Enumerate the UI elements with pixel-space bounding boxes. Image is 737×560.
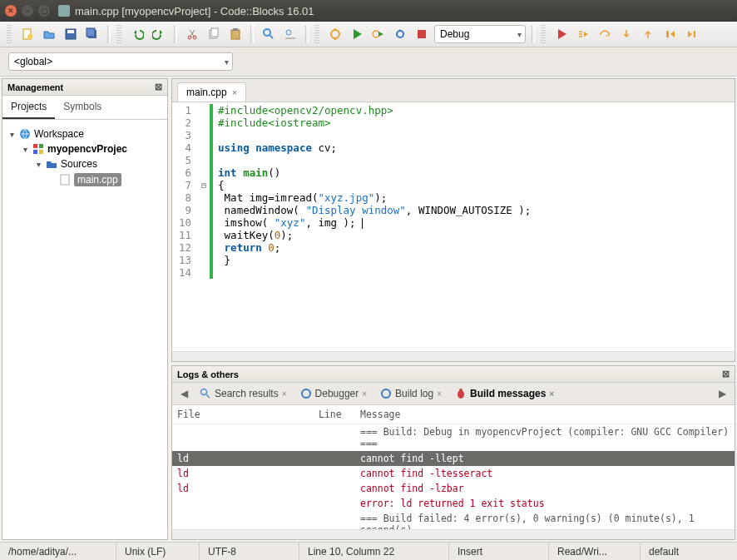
project-tree: ▾ Workspace ▾ myopencvProjec ▾ Sources m… <box>2 120 167 539</box>
maximize-icon[interactable]: ▢ <box>38 5 50 17</box>
toolbar-grip[interactable] <box>541 25 546 43</box>
main-area: Management ⊠ Projects Symbols ▾ Workspac… <box>0 77 737 542</box>
tabs-next-button[interactable]: ▶ <box>715 384 730 403</box>
close-icon[interactable]: ✕ <box>5 5 17 17</box>
status-bar: /home/aditya/... Unix (LF) UTF-8 Line 10… <box>0 542 737 560</box>
svg-rect-23 <box>33 144 37 148</box>
next-instr-button[interactable] <box>660 25 679 43</box>
table-row[interactable]: === Build: Debug in myopencvProject (com… <box>172 424 735 451</box>
tab-label: Search results <box>215 388 279 399</box>
table-row[interactable]: error: ld returned 1 exit status <box>172 496 735 511</box>
svg-rect-11 <box>231 30 240 39</box>
tab-build-log[interactable]: Build log× <box>375 383 447 404</box>
tree-project[interactable]: ▾ myopencvProjec <box>7 141 162 156</box>
editor-tab-main[interactable]: main.cpp × <box>177 82 246 102</box>
build-button[interactable] <box>326 25 344 43</box>
editor-hscroll[interactable] <box>172 351 735 361</box>
tree-label: myopencvProjec <box>47 143 127 155</box>
svg-rect-12 <box>233 28 238 31</box>
tree-sources[interactable]: ▾ Sources <box>7 156 162 171</box>
tab-build-messages[interactable]: Build messages× <box>450 383 559 404</box>
svg-rect-17 <box>334 37 336 40</box>
svg-point-19 <box>397 31 403 37</box>
step-into-button[interactable] <box>617 25 636 43</box>
replace-button[interactable] <box>281 25 299 43</box>
logs-tabs: ◀ Search results× Debugger× Build log× B… <box>172 383 735 405</box>
cut-button[interactable] <box>183 25 201 43</box>
logs-hscroll[interactable] <box>172 529 735 539</box>
tabs-prev-button[interactable]: ◀ <box>177 384 191 403</box>
rebuild-button[interactable] <box>391 25 409 43</box>
code-editor[interactable]: 1234567891011121314 ⊟ #include<opencv2/o… <box>172 102 735 351</box>
tab-symbols[interactable]: Symbols <box>55 96 110 119</box>
main-toolbar: Debug <box>0 22 737 47</box>
svg-point-14 <box>286 30 291 35</box>
status-profile: default <box>641 543 737 560</box>
tab-debugger[interactable]: Debugger× <box>295 383 373 404</box>
fold-column[interactable]: ⊟ <box>198 104 210 351</box>
toolbar-grip[interactable] <box>116 25 121 43</box>
table-row[interactable]: ldcannot find -llept <box>172 451 735 466</box>
col-file[interactable]: File <box>177 409 319 420</box>
redo-button[interactable] <box>150 25 168 43</box>
abort-button[interactable] <box>413 25 431 43</box>
svg-rect-25 <box>33 150 37 154</box>
debug-run-button[interactable] <box>552 25 571 43</box>
new-file-button[interactable] <box>18 25 37 43</box>
close-icon[interactable]: ⊠ <box>155 82 162 92</box>
open-button[interactable] <box>40 25 58 43</box>
build-run-button[interactable] <box>369 25 388 43</box>
tab-search-results[interactable]: Search results× <box>195 383 292 404</box>
table-row[interactable]: ldcannot find -ltesseract <box>172 466 735 481</box>
management-header: Management ⊠ <box>2 79 167 96</box>
svg-rect-27 <box>61 175 69 185</box>
svg-point-13 <box>264 29 270 36</box>
scope-combo[interactable]: <global> <box>8 52 233 71</box>
step-instr-button[interactable] <box>682 25 700 43</box>
find-button[interactable] <box>260 25 278 43</box>
svg-rect-4 <box>67 30 74 33</box>
status-eol: Unix (LF) <box>116 543 200 560</box>
table-row[interactable]: === Build failed: 4 error(s), 0 warning(… <box>172 511 735 529</box>
tree-label: main.cpp <box>74 173 121 186</box>
toolbar-grip[interactable] <box>7 25 12 43</box>
tab-label: Debugger <box>315 388 359 399</box>
save-button[interactable] <box>62 25 80 43</box>
scope-label: <global> <box>14 56 52 67</box>
svg-point-15 <box>331 30 339 38</box>
search-icon <box>200 388 211 399</box>
logs-panel: Logs & others ⊠ ◀ Search results× Debugg… <box>171 365 735 540</box>
step-over-button[interactable] <box>596 25 614 43</box>
minimize-icon[interactable]: – <box>22 5 33 17</box>
tab-label: Build messages <box>470 388 546 399</box>
build-target-combo[interactable]: Debug <box>434 25 526 43</box>
tree-workspace[interactable]: ▾ Workspace <box>7 126 162 141</box>
line-gutter: 1234567891011121314 <box>172 104 198 351</box>
tree-file-main[interactable]: main.cpp <box>7 171 162 188</box>
window-titlebar: ✕ – ▢ main.cpp [myopencvProject] - Code:… <box>0 0 737 22</box>
save-all-button[interactable] <box>83 25 101 43</box>
code-area[interactable]: #include<opencv2/opencv.hpp>#include<ios… <box>213 104 735 351</box>
folder-icon <box>46 158 57 170</box>
paste-button[interactable] <box>226 25 245 43</box>
svg-rect-20 <box>418 30 426 38</box>
svg-point-28 <box>201 389 207 395</box>
close-icon[interactable]: × <box>232 87 237 97</box>
management-panel: Management ⊠ Projects Symbols ▾ Workspac… <box>2 78 168 540</box>
table-header: File Line Message <box>172 405 735 424</box>
svg-rect-24 <box>39 144 43 148</box>
tab-projects[interactable]: Projects <box>2 96 55 119</box>
editor-tabs: main.cpp × <box>172 79 735 102</box>
col-line[interactable]: Line <box>319 409 360 420</box>
close-icon[interactable]: ⊠ <box>722 369 730 379</box>
build-target-label: Debug <box>440 28 469 40</box>
undo-button[interactable] <box>128 25 146 43</box>
table-row[interactable]: ldcannot find -lzbar <box>172 481 735 496</box>
toolbar-grip[interactable] <box>314 25 319 43</box>
step-out-button[interactable] <box>639 25 657 43</box>
col-message[interactable]: Message <box>360 409 730 420</box>
svg-point-2 <box>27 34 32 39</box>
copy-button[interactable] <box>205 25 223 43</box>
run-button[interactable] <box>348 25 366 43</box>
run-to-cursor-button[interactable] <box>574 25 592 43</box>
